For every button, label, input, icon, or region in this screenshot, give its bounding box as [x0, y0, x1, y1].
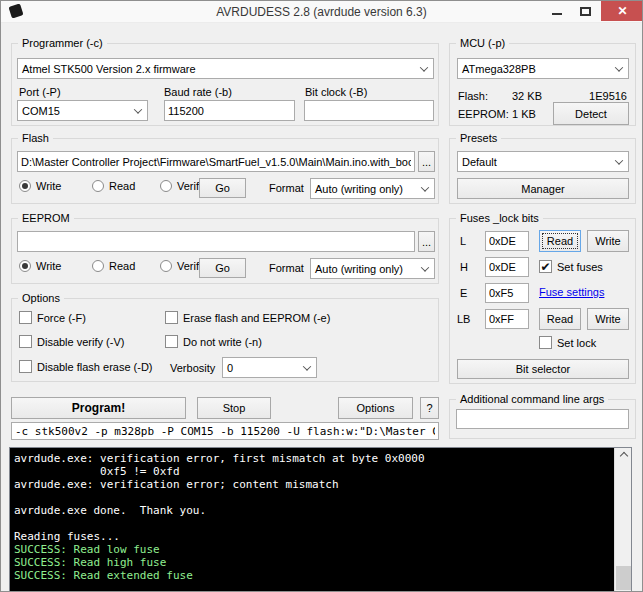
console-lines: avrdude.exe: verification error, first m…	[10, 448, 614, 592]
eeprom-format-select[interactable]: Auto (writing only)	[310, 258, 435, 279]
port-select[interactable]: COM15	[17, 100, 148, 121]
options-group-label: Options	[18, 291, 64, 305]
eeprom-read-label: Read	[109, 260, 135, 272]
options-group: Options Force (-F) Erase flash and EEPRO…	[11, 298, 439, 382]
baud-rate-label: Baud rate (-b)	[164, 86, 232, 98]
eeprom-group: EEPROM ... Write Read Verify Go Format A…	[11, 218, 439, 284]
set-fuses-checkbox[interactable]: Set fuses	[539, 260, 603, 273]
fuse-e-label: E	[460, 287, 467, 299]
chevron-down-icon	[615, 63, 623, 71]
erase-checkbox[interactable]: Erase flash and EEPROM (-e)	[165, 311, 330, 324]
fuse-e-input[interactable]	[485, 283, 529, 303]
fuses-read-button[interactable]: Read	[539, 230, 581, 252]
options-button[interactable]: Options	[338, 397, 413, 419]
no-write-label: Do not write (-n)	[183, 336, 262, 348]
app-window: AVRDUDESS 2.8 (avrdude version 6.3) ✕ Pr…	[0, 0, 643, 592]
detect-button[interactable]: Detect	[553, 102, 629, 125]
mcu-signature: 1E9516	[589, 90, 627, 102]
flash-file-input[interactable]	[17, 151, 415, 172]
flash-read-label: Read	[109, 180, 135, 192]
fuse-l-input[interactable]	[485, 231, 529, 251]
presets-selected: Default	[462, 156, 497, 168]
set-lock-checkbox[interactable]: Set lock	[539, 336, 596, 349]
flash-write-radio[interactable]: Write	[19, 180, 61, 192]
command-line-preview[interactable]	[11, 422, 439, 440]
console-line: avrdude.exe: verification error, first m…	[14, 452, 614, 465]
set-lock-label: Set lock	[557, 337, 596, 349]
baud-rate-input[interactable]	[164, 100, 295, 121]
lock-bits-label: LB	[457, 313, 470, 325]
flash-go-button[interactable]: Go	[199, 178, 246, 198]
flash-browse-button[interactable]: ...	[418, 151, 435, 172]
checkbox-icon	[165, 335, 178, 348]
chevron-down-icon	[421, 183, 429, 191]
verbosity-selected: 0	[227, 362, 233, 374]
eeprom-write-radio[interactable]: Write	[19, 260, 61, 272]
chevron-down-icon	[420, 63, 428, 71]
eeprom-write-label: Write	[36, 260, 61, 272]
flash-verify-radio[interactable]: Verify	[160, 180, 205, 192]
lock-read-button[interactable]: Read	[539, 308, 581, 330]
programmer-select[interactable]: Atmel STK500 Version 2.x firmware	[17, 58, 434, 79]
console-line: Reading fuses...	[14, 530, 614, 543]
help-button[interactable]: ?	[420, 397, 439, 419]
flash-format-selected: Auto (writing only)	[315, 183, 403, 195]
lock-bits-input[interactable]	[485, 309, 529, 329]
chevron-up-icon	[619, 452, 627, 460]
verbosity-select[interactable]: 0	[222, 357, 317, 378]
console-output[interactable]: avrdude.exe: verification error, first m…	[9, 447, 632, 592]
radio-selected-icon	[19, 180, 31, 192]
eeprom-verify-radio[interactable]: Verify	[160, 260, 205, 272]
fuse-settings-link[interactable]: Fuse settings	[539, 286, 604, 298]
bit-clock-label: Bit clock (-B)	[305, 86, 367, 98]
scrollbar-thumb[interactable]	[616, 566, 631, 590]
presets-group: Presets Default Manager	[449, 138, 636, 204]
disable-verify-checkbox[interactable]: Disable verify (-V)	[19, 335, 124, 348]
console-line: 0xf5 != 0xfd	[14, 465, 614, 478]
fuses-write-button[interactable]: Write	[587, 230, 629, 252]
mcu-select[interactable]: ATmega328PB	[457, 58, 629, 79]
eeprom-group-label: EEPROM	[18, 211, 74, 225]
minimize-button[interactable]	[544, 1, 570, 21]
title-bar: AVRDUDESS 2.8 (avrdude version 6.3) ✕	[1, 1, 642, 23]
fuse-h-input[interactable]	[485, 257, 529, 277]
scrollbar-up-button[interactable]	[615, 448, 632, 464]
close-button[interactable]: ✕	[601, 1, 643, 21]
mcu-selected: ATmega328PB	[462, 63, 536, 75]
manager-button[interactable]: Manager	[457, 178, 629, 199]
console-line: avrdude.exe: verification error; content…	[14, 478, 614, 491]
verbosity-label: Verbosity	[170, 362, 215, 374]
no-write-checkbox[interactable]: Do not write (-n)	[165, 335, 262, 348]
flash-write-label: Write	[36, 180, 61, 192]
force-checkbox[interactable]: Force (-F)	[19, 311, 86, 324]
program-button[interactable]: Program!	[11, 397, 186, 419]
presets-select[interactable]: Default	[457, 151, 629, 172]
eeprom-go-button[interactable]: Go	[199, 258, 246, 278]
eeprom-read-radio[interactable]: Read	[92, 260, 135, 272]
radio-selected-icon	[19, 260, 31, 272]
eeprom-file-input[interactable]	[17, 231, 415, 252]
port-label: Port (-P)	[19, 86, 61, 98]
console-line	[14, 491, 614, 504]
flash-group: Flash ... Write Read Verify Go Format Au…	[11, 138, 439, 204]
flash-read-radio[interactable]: Read	[92, 180, 135, 192]
programmer-group-label: Programmer (-c)	[18, 36, 107, 50]
maximize-button[interactable]	[572, 1, 598, 21]
eeprom-browse-button[interactable]: ...	[418, 231, 435, 252]
radio-icon	[92, 180, 104, 192]
bit-clock-input[interactable]	[304, 100, 434, 121]
lock-write-button[interactable]: Write	[587, 308, 629, 330]
programmer-selected: Atmel STK500 Version 2.x firmware	[22, 63, 196, 75]
disable-flash-erase-checkbox[interactable]: Disable flash erase (-D)	[19, 360, 153, 373]
stop-button[interactable]: Stop	[197, 397, 271, 419]
additional-args-input[interactable]	[456, 409, 629, 429]
bit-selector-button[interactable]: Bit selector	[457, 359, 629, 379]
minimize-icon	[552, 13, 562, 15]
eeprom-format-selected: Auto (writing only)	[315, 263, 403, 275]
flash-format-select[interactable]: Auto (writing only)	[310, 178, 435, 199]
close-icon: ✕	[617, 4, 627, 18]
fuses-group-label: Fuses _lock bits	[456, 211, 543, 225]
checkbox-checked-icon	[539, 260, 552, 273]
console-scrollbar[interactable]	[614, 448, 631, 592]
checkbox-icon	[539, 336, 552, 349]
